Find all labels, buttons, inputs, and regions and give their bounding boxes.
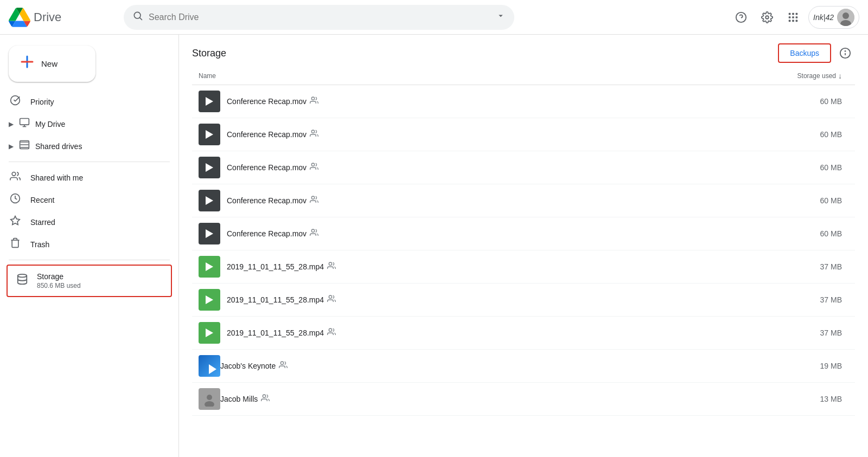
shared-icon [279,361,288,371]
search-input[interactable] [149,12,490,22]
file-icon [199,256,220,278]
svg-point-35 [311,229,314,232]
svg-point-44 [263,395,266,397]
file-name-area: Conference Recap.mov [227,129,755,140]
svg-point-34 [311,196,314,199]
sidebar-item-shared-with-me[interactable]: Shared with me [0,166,170,189]
account-name: Ink|42 [813,13,834,22]
drive-logo-icon [9,8,30,27]
shared-icon [310,129,318,140]
shared-icon [327,294,336,305]
sidebar-item-priority[interactable]: Priority [0,91,170,113]
page-title: Storage [192,48,226,59]
table-row[interactable]: 2019_11_01_11_55_28.mp4 37 MB [192,284,855,317]
sidebar-item-label-shared-with-me: Shared with me [30,173,83,182]
table-row[interactable]: Conference Recap.mov 60 MB [192,85,855,118]
svg-point-27 [18,274,27,278]
file-storage: 60 MB [755,130,842,139]
svg-marker-39 [209,364,216,374]
sidebar-item-storage[interactable]: Storage 850.6 MB used [7,265,172,297]
file-name: 2019_11_01_11_55_28.mp4 [227,329,324,337]
main-content: Storage Backups Name Storage used ↓ [179,35,868,457]
file-name: 2019_11_01_11_55_28.mp4 [227,262,324,271]
file-storage: 60 MB [755,163,842,172]
file-icon [199,355,220,377]
trash-icon [9,237,22,251]
file-table: Name Storage used ↓ Conference Recap.mov… [179,67,868,457]
file-storage: 13 MB [755,395,842,403]
info-button[interactable] [835,43,855,63]
shared-drives-expand-arrow: ▶ [9,143,14,150]
new-button[interactable]: New [9,46,95,82]
priority-icon [9,95,22,108]
file-name: 2019_11_01_11_55_28.mp4 [227,295,324,304]
new-plus-icon [20,54,35,73]
settings-button[interactable] [756,7,778,28]
sidebar-item-label-priority: Priority [30,98,54,106]
table-row[interactable]: 2019_11_01_11_55_28.mp4 37 MB [192,250,855,284]
recent-icon [9,193,22,207]
svg-point-19 [11,96,20,105]
table-header: Name Storage used ↓ [192,67,855,85]
sidebar-item-my-drive[interactable]: ▶ My Drive [0,113,170,135]
google-apps-button[interactable] [782,7,804,28]
shared-icon [327,261,336,272]
sidebar-item-label-starred: Starred [30,218,55,227]
backups-button[interactable]: Backups [778,43,831,63]
table-row[interactable]: Jacob Mills 13 MB [192,383,855,416]
file-name: Jacob's Keynote [220,362,276,370]
table-row[interactable]: Conference Recap.mov 60 MB [192,217,855,250]
sidebar-divider-1 [9,162,170,162]
sidebar-item-label-shared-drives: Shared drives [35,142,82,151]
sidebar-divider-2 [9,260,170,260]
svg-marker-26 [11,216,20,225]
file-name-area: Conference Recap.mov [227,195,755,206]
svg-rect-12 [792,20,794,22]
svg-point-33 [311,163,314,166]
search-dropdown-icon[interactable] [496,11,506,23]
file-storage: 37 MB [755,329,842,337]
file-name-area: Jacob Mills [220,394,755,404]
table-row[interactable]: Conference Recap.mov 60 MB [192,118,855,151]
file-name-area: Conference Recap.mov [227,96,755,107]
search-bar[interactable] [124,5,514,30]
shared-icon [327,327,336,338]
shared-with-me-icon [9,171,22,184]
file-name: Conference Recap.mov [227,97,307,106]
svg-point-31 [311,97,314,100]
svg-rect-9 [792,16,794,18]
sidebar-item-trash[interactable]: Trash [0,233,170,255]
file-name: Conference Recap.mov [227,229,307,238]
file-icon [199,388,220,410]
file-icon [199,91,220,112]
shared-drives-icon [18,139,31,153]
table-row[interactable]: Conference Recap.mov 60 MB [192,151,855,184]
table-row[interactable]: Jacob's Keynote 19 MB [192,350,855,383]
table-row[interactable]: Conference Recap.mov 60 MB [192,184,855,217]
col-name-header: Name [199,72,755,80]
svg-rect-11 [789,20,791,22]
svg-point-15 [843,12,849,19]
storage-text: Storage 850.6 MB used [37,272,81,289]
sidebar-item-shared-drives[interactable]: ▶ Shared drives [0,135,170,157]
table-row[interactable]: 2019_11_01_11_55_28.mp4 37 MB [192,317,855,350]
shared-icon [310,96,318,107]
storage-icon [16,273,28,288]
file-name-area: 2019_11_01_11_55_28.mp4 [227,327,755,338]
file-name-area: Conference Recap.mov [227,228,755,239]
shared-icon [261,394,270,404]
sidebar-item-recent[interactable]: Recent [0,189,170,211]
avatar [837,9,854,26]
sidebar-item-starred[interactable]: Starred [0,211,170,233]
storage-label: Storage [37,272,81,281]
new-button-label: New [41,59,58,68]
account-area[interactable]: Ink|42 [808,6,859,29]
file-name-area: 2019_11_01_11_55_28.mp4 [227,294,755,305]
svg-rect-10 [796,16,798,18]
shared-icon [310,162,318,173]
help-button[interactable] [730,7,752,28]
svg-point-36 [329,262,331,265]
file-name-area: Jacob's Keynote [220,361,755,371]
svg-point-24 [12,172,16,176]
svg-rect-13 [796,20,798,22]
